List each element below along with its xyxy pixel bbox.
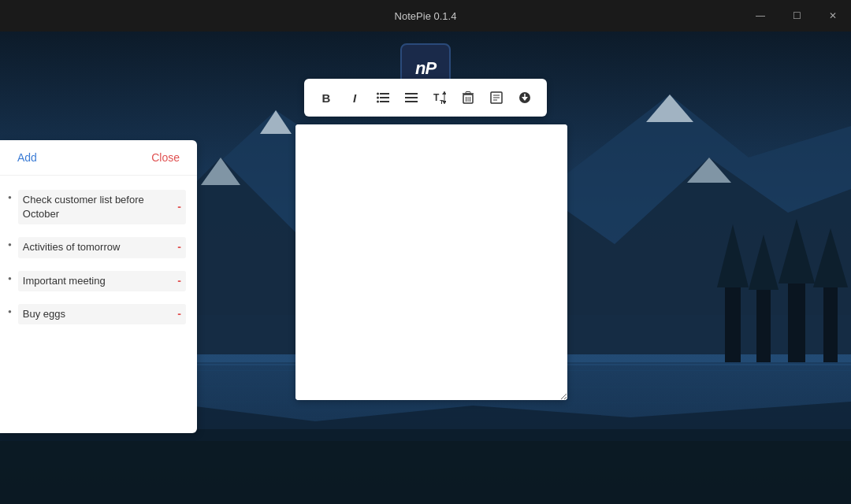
- notes-panel: Add Close ●Check customer list before Oc…: [0, 140, 197, 433]
- svg-point-38: [377, 93, 379, 95]
- note-bullet: ●: [8, 241, 12, 248]
- window-controls: — ☐ ✕: [742, 0, 851, 32]
- list-item[interactable]: ●Activities of tomorrow-: [0, 231, 197, 264]
- editor-textarea[interactable]: [295, 124, 567, 400]
- note-delete-button[interactable]: -: [177, 306, 181, 322]
- note-text: Check customer list before October-: [18, 190, 186, 224]
- svg-point-39: [377, 97, 379, 99]
- download-icon: [518, 91, 531, 104]
- note-bullet: ●: [8, 194, 12, 201]
- bold-button[interactable]: B: [314, 85, 339, 110]
- titlebar: NotePie 0.1.4 — ☐ ✕: [0, 0, 851, 32]
- note-text: Activities of tomorrow-: [18, 237, 186, 258]
- list-item[interactable]: ●Buy eggs-: [0, 298, 197, 331]
- maximize-button[interactable]: ☐: [779, 0, 815, 32]
- delete-button[interactable]: [455, 85, 481, 110]
- resize-icon: T T: [433, 91, 446, 104]
- minimize-button[interactable]: —: [742, 0, 779, 32]
- toolbar: B I T T: [304, 79, 547, 117]
- note-button[interactable]: [484, 85, 509, 110]
- list-icon: [377, 92, 389, 103]
- svg-rect-36: [380, 97, 389, 98]
- svg-rect-37: [380, 101, 389, 102]
- svg-rect-41: [405, 93, 418, 94]
- note-text: Important meeting-: [18, 271, 186, 291]
- note-delete-button[interactable]: -: [177, 199, 181, 215]
- svg-text:T: T: [433, 92, 440, 103]
- note-bullet: ●: [8, 275, 12, 282]
- note-icon: [490, 91, 503, 104]
- svg-point-40: [377, 101, 379, 103]
- notes-header: Add Close: [0, 140, 197, 176]
- note-bullet: ●: [8, 308, 12, 315]
- align-icon: [405, 92, 418, 103]
- note-text: Buy eggs-: [18, 304, 186, 324]
- logo-text: nP: [415, 58, 436, 79]
- list-item[interactable]: ●Check customer list before October-: [0, 183, 197, 231]
- svg-rect-51: [466, 92, 470, 94]
- close-button[interactable]: ✕: [815, 0, 851, 32]
- list-item[interactable]: ●Important meeting-: [0, 265, 197, 298]
- app-title: NotePie 0.1.4: [395, 10, 457, 22]
- notes-list: ●Check customer list before October-●Act…: [0, 176, 197, 433]
- align-button[interactable]: [399, 85, 424, 110]
- note-delete-button[interactable]: -: [177, 273, 181, 289]
- svg-rect-35: [380, 93, 389, 94]
- close-panel-button[interactable]: Close: [147, 150, 184, 165]
- note-delete-button[interactable]: -: [177, 240, 181, 256]
- download-button[interactable]: [512, 85, 537, 110]
- svg-rect-42: [405, 97, 418, 98]
- trash-icon: [463, 91, 474, 104]
- editor-panel: [295, 124, 567, 400]
- svg-rect-43: [405, 101, 418, 102]
- resize-button[interactable]: T T: [427, 85, 452, 110]
- italic-button[interactable]: I: [342, 85, 367, 110]
- add-button[interactable]: Add: [13, 150, 42, 165]
- list-button[interactable]: [370, 85, 396, 110]
